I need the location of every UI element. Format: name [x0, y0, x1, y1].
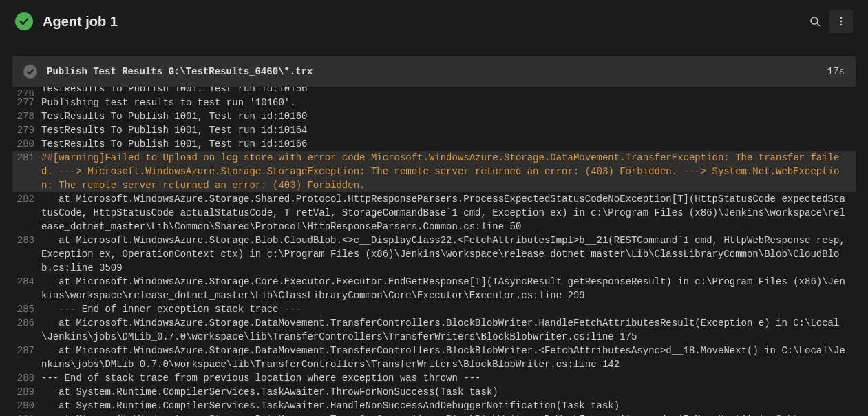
- log-line: 291 at Microsoft.WindowsAzure.Storage.Da…: [12, 413, 856, 416]
- header-actions: [803, 10, 853, 33]
- log-line-number: 276: [12, 87, 41, 96]
- log-line: 288--- End of stack trace from previous …: [12, 371, 856, 385]
- log-line-text: TestResults To Publish 1001, Test run id…: [41, 87, 856, 91]
- log-line: 285 --- End of inner exception stack tra…: [12, 302, 856, 316]
- log-line: 287 at Microsoft.WindowsAzure.Storage.Da…: [12, 344, 856, 371]
- log-line-number: 278: [12, 110, 41, 123]
- log-output[interactable]: 276TestResults To Publish 1001, Test run…: [12, 87, 856, 416]
- log-line-text: at Microsoft.WindowsAzure.Storage.DataMo…: [41, 316, 856, 344]
- log-line-text: at System.Runtime.CompilerServices.TaskA…: [41, 385, 856, 399]
- log-line: 283 at Microsoft.WindowsAzure.Storage.Bl…: [12, 233, 856, 275]
- job-status-success-icon: [15, 12, 33, 30]
- log-line-text: TestResults To Publish 1001, Test run id…: [41, 137, 856, 151]
- log-line: 281##[warning]Failed to Upload on log st…: [12, 151, 856, 192]
- log-line-text: ##[warning]Failed to Upload on log store…: [41, 151, 856, 192]
- svg-point-0: [811, 17, 818, 24]
- log-line-text: at Microsoft.WindowsAzure.Storage.Shared…: [41, 192, 856, 233]
- log-line-text: TestResults To Publish 1001, Test run id…: [41, 110, 856, 123]
- task-duration: 17s: [827, 66, 845, 77]
- log-line: 280TestResults To Publish 1001, Test run…: [12, 137, 856, 151]
- log-line-number: 281: [12, 151, 41, 165]
- log-line-number: 288: [12, 371, 41, 385]
- log-line: 276TestResults To Publish 1001, Test run…: [12, 87, 856, 96]
- log-line-text: --- End of stack trace from previous loc…: [41, 371, 856, 385]
- log-line: 277Publishing test results to test run '…: [12, 96, 856, 110]
- log-line-number: 283: [12, 233, 41, 247]
- log-line-text: at Microsoft.WindowsAzure.Storage.DataMo…: [41, 413, 856, 416]
- job-title: Agent job 1: [43, 14, 803, 30]
- svg-point-4: [840, 24, 843, 26]
- log-line: 278TestResults To Publish 1001, Test run…: [12, 110, 856, 123]
- log-line-number: 290: [12, 399, 41, 413]
- log-line: 284 at Microsoft.WindowsAzure.Storage.Co…: [12, 275, 856, 302]
- svg-point-2: [840, 17, 843, 19]
- log-line-number: 286: [12, 316, 41, 330]
- log-line: 289 at System.Runtime.CompilerServices.T…: [12, 385, 856, 399]
- log-line-number: 287: [12, 344, 41, 357]
- log-line-text: at System.Runtime.CompilerServices.TaskA…: [41, 399, 856, 413]
- log-line-number: 291: [12, 413, 41, 416]
- log-line-text: at Microsoft.WindowsAzure.Storage.Blob.C…: [41, 233, 856, 275]
- svg-line-1: [817, 23, 820, 26]
- log-line-number: 289: [12, 385, 41, 399]
- log-line-text: at Microsoft.WindowsAzure.Storage.DataMo…: [41, 344, 856, 371]
- log-line: 286 at Microsoft.WindowsAzure.Storage.Da…: [12, 316, 856, 344]
- more-actions-button[interactable]: [829, 10, 853, 33]
- log-line-text: TestResults To Publish 1001, Test run id…: [41, 123, 856, 137]
- log-line-number: 277: [12, 96, 41, 110]
- task-header[interactable]: Publish Test Results G:\TestResults_6460…: [12, 56, 856, 87]
- task-status-success-icon: [23, 65, 37, 79]
- search-button[interactable]: [803, 10, 827, 33]
- log-line-text: at Microsoft.WindowsAzure.Storage.Core.E…: [41, 275, 856, 302]
- log-line-number: 285: [12, 302, 41, 316]
- log-line-number: 282: [12, 192, 41, 206]
- log-line-number: 280: [12, 137, 41, 151]
- log-line: 290 at System.Runtime.CompilerServices.T…: [12, 399, 856, 413]
- log-line: 282 at Microsoft.WindowsAzure.Storage.Sh…: [12, 192, 856, 233]
- log-line-number: 279: [12, 123, 41, 137]
- log-line: 279TestResults To Publish 1001, Test run…: [12, 123, 856, 137]
- page-header: Agent job 1: [0, 0, 868, 43]
- log-line-text: --- End of inner exception stack trace -…: [41, 302, 856, 316]
- task-name: Publish Test Results G:\TestResults_6460…: [47, 66, 827, 77]
- log-line-text: Publishing test results to test run '101…: [41, 96, 856, 110]
- log-line-number: 284: [12, 275, 41, 289]
- svg-point-3: [840, 21, 843, 23]
